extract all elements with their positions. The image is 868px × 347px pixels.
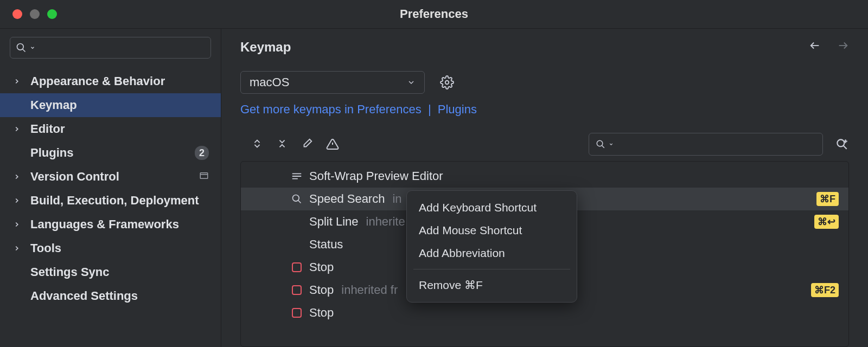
settings-tree: Appearance & Behavior Keymap Editor Plug… bbox=[0, 65, 221, 347]
main-panel: Keymap macOS Get more keymaps in Prefere… bbox=[221, 29, 868, 347]
back-button[interactable] bbox=[809, 40, 821, 55]
sidebar-item-build[interactable]: Build, Execution, Deployment bbox=[0, 189, 221, 213]
sidebar-item-advanced[interactable]: Advanced Settings bbox=[0, 284, 221, 308]
menu-add-mouse-shortcut[interactable]: Add Mouse Shortcut bbox=[407, 219, 577, 242]
sidebar-item-tools[interactable]: Tools bbox=[0, 236, 221, 260]
svg-line-10 bbox=[602, 145, 604, 148]
window-controls bbox=[0, 9, 57, 19]
sidebar-item-label: Plugins bbox=[30, 146, 195, 160]
search-icon bbox=[290, 194, 304, 204]
svg-point-6 bbox=[445, 81, 449, 85]
softwrap-icon bbox=[290, 170, 304, 182]
chevron-down-icon bbox=[407, 78, 416, 87]
expand-icon bbox=[13, 78, 30, 85]
gear-icon bbox=[440, 75, 454, 89]
sidebar-item-vcs[interactable]: Version Control bbox=[0, 165, 221, 189]
sidebar-item-label: Advanced Settings bbox=[30, 289, 209, 303]
plugin-update-badge: 2 bbox=[195, 146, 209, 160]
inherited-label: inherite bbox=[366, 215, 405, 229]
svg-point-18 bbox=[293, 195, 299, 202]
titlebar: Preferences bbox=[0, 0, 868, 29]
svg-line-12 bbox=[844, 146, 847, 149]
sidebar-item-label: Settings Sync bbox=[30, 265, 209, 279]
sidebar-item-appearance[interactable]: Appearance & Behavior bbox=[0, 69, 221, 93]
history-nav bbox=[809, 40, 849, 55]
expand-icon bbox=[13, 125, 30, 133]
inherited-label: in bbox=[392, 192, 401, 206]
sidebar-item-label: Appearance & Behavior bbox=[30, 74, 209, 88]
shortcut-badge: ⌘F2 bbox=[811, 283, 839, 297]
get-more-keymaps-link[interactable]: Get more keymaps in Preferences | Plugin… bbox=[240, 102, 849, 117]
sidebar-item-settings-sync[interactable]: Settings Sync bbox=[0, 260, 221, 284]
menu-add-keyboard-shortcut[interactable]: Add Keyboard Shortcut bbox=[407, 196, 577, 219]
svg-point-11 bbox=[837, 139, 844, 146]
svg-point-0 bbox=[17, 44, 24, 50]
expand-icon bbox=[13, 197, 30, 204]
stop-icon bbox=[290, 308, 304, 318]
sidebar-search-input[interactable] bbox=[39, 42, 205, 54]
search-icon bbox=[16, 42, 27, 53]
forward-button[interactable] bbox=[837, 40, 849, 55]
keymap-scheme-dropdown[interactable]: macOS bbox=[240, 71, 425, 94]
sidebar-search[interactable] bbox=[10, 37, 211, 59]
action-name: Stop bbox=[309, 283, 334, 297]
shortcut-badge: ⌘F bbox=[816, 192, 839, 206]
shortcut-context-menu: Add Keyboard Shortcut Add Mouse Shortcut… bbox=[406, 190, 577, 303]
sidebar-item-label: Keymap bbox=[30, 98, 209, 112]
menu-separator bbox=[413, 269, 570, 269]
action-row-softwrap[interactable]: Soft-Wrap Preview Editor bbox=[241, 165, 848, 188]
action-name: Split Line bbox=[309, 215, 359, 229]
edit-shortcut-button[interactable] bbox=[301, 138, 313, 151]
project-level-icon bbox=[199, 170, 209, 184]
svg-line-1 bbox=[23, 49, 25, 52]
action-name: Soft-Wrap Preview Editor bbox=[309, 169, 443, 183]
action-name: Stop bbox=[309, 306, 334, 320]
menu-add-abbreviation[interactable]: Add Abbreviation bbox=[407, 242, 577, 265]
page-title: Keymap bbox=[240, 40, 291, 55]
sidebar-item-plugins[interactable]: Plugins 2 bbox=[0, 141, 221, 165]
svg-rect-2 bbox=[200, 173, 208, 179]
conflict-warning-button[interactable] bbox=[326, 138, 339, 151]
window-title: Preferences bbox=[400, 7, 468, 21]
sidebar-item-label: Languages & Frameworks bbox=[30, 217, 209, 232]
svg-line-19 bbox=[298, 201, 301, 203]
sidebar-item-label: Tools bbox=[30, 241, 209, 255]
svg-point-9 bbox=[597, 140, 603, 146]
sidebar-item-label: Editor bbox=[30, 122, 209, 136]
action-search-input[interactable] bbox=[617, 138, 816, 151]
dropdown-value: macOS bbox=[250, 75, 289, 89]
sidebar-item-label: Version Control bbox=[30, 170, 199, 184]
action-name: Status bbox=[309, 237, 343, 252]
shortcut-badge: ⌘↩ bbox=[814, 215, 839, 229]
menu-remove-shortcut[interactable]: Remove ⌘F bbox=[407, 274, 577, 297]
search-icon bbox=[596, 139, 605, 150]
find-by-shortcut-button[interactable] bbox=[835, 137, 849, 151]
sidebar-item-keymap[interactable]: Keymap bbox=[0, 93, 221, 117]
action-search[interactable] bbox=[589, 133, 823, 156]
scheme-actions-button[interactable] bbox=[440, 75, 454, 89]
expand-icon bbox=[13, 221, 30, 228]
action-name: Stop bbox=[309, 260, 334, 274]
minimize-window-button[interactable] bbox=[30, 9, 40, 19]
stop-icon bbox=[290, 285, 304, 295]
stop-icon bbox=[290, 262, 304, 272]
zoom-window-button[interactable] bbox=[47, 9, 57, 19]
chevron-down-icon bbox=[609, 142, 614, 147]
expand-all-button[interactable] bbox=[251, 138, 263, 151]
expand-icon bbox=[13, 173, 30, 181]
chevron-down-icon bbox=[30, 45, 35, 50]
find-shortcut-icon bbox=[835, 137, 849, 151]
inherited-label: inherited fr bbox=[341, 283, 398, 297]
preferences-sidebar: Appearance & Behavior Keymap Editor Plug… bbox=[0, 29, 221, 347]
sidebar-item-label: Build, Execution, Deployment bbox=[30, 194, 209, 208]
sidebar-item-languages[interactable]: Languages & Frameworks bbox=[0, 213, 221, 236]
action-row-stop-3[interactable]: Stop bbox=[241, 301, 848, 324]
keymap-action-tree[interactable]: Soft-Wrap Preview Editor Speed Search in… bbox=[240, 161, 849, 347]
action-name: Speed Search bbox=[309, 192, 385, 206]
expand-icon bbox=[13, 245, 30, 252]
sidebar-item-editor[interactable]: Editor bbox=[0, 117, 221, 141]
collapse-all-button[interactable] bbox=[276, 138, 288, 151]
close-window-button[interactable] bbox=[12, 9, 22, 19]
